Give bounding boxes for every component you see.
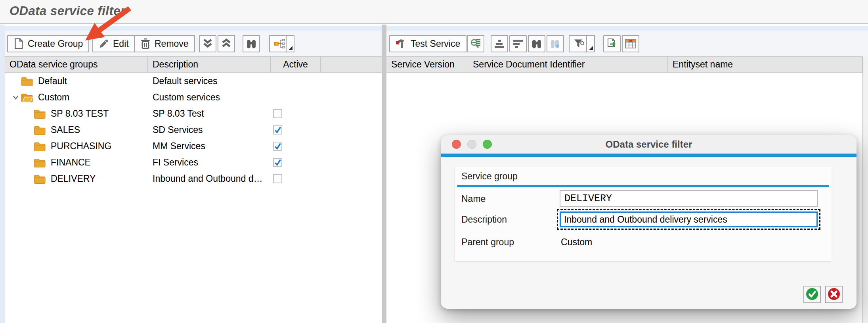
active-checkbox-unchecked[interactable] — [273, 109, 282, 118]
double-chevron-down-icon — [202, 38, 213, 49]
cancel-button[interactable] — [825, 286, 843, 303]
find-next-icon — [550, 38, 561, 49]
group-description: MM Services — [148, 141, 271, 152]
group-name: PURCHASING — [51, 141, 111, 152]
active-checkbox-unchecked[interactable] — [273, 174, 282, 183]
right-toolbar: Test Service — [386, 25, 868, 56]
folder-icon — [33, 109, 47, 119]
description-input[interactable]: Inbound and Outbound delivery services — [560, 211, 818, 227]
indent-spacer — [23, 158, 33, 168]
odata-service-filter-dialog: OData service filter Service group Name … — [441, 135, 857, 309]
export-button[interactable] — [603, 35, 621, 52]
table-grid-icon — [625, 38, 636, 49]
display-details-icon — [470, 38, 481, 49]
filter-button[interactable] — [569, 35, 595, 52]
sort-ascending-icon — [494, 39, 505, 48]
trash-icon — [140, 38, 151, 49]
active-checkbox-checked[interactable] — [273, 158, 282, 167]
group-name: SALES — [51, 125, 80, 135]
table-row[interactable]: DELIVERY Inbound and Outbound delivery s… — [5, 171, 382, 187]
expander-icon[interactable] — [10, 92, 21, 103]
find-button-right[interactable] — [528, 35, 545, 52]
ok-button[interactable] — [803, 286, 821, 303]
name-input[interactable]: DELIVERY — [560, 190, 818, 207]
dialog-title: OData service filter — [441, 135, 857, 154]
group-name: Default — [38, 76, 67, 87]
service-group-box: Service group Name DELIVERY Description … — [455, 167, 831, 262]
test-service-label: Test Service — [411, 38, 460, 49]
group-description: FI Services — [148, 157, 271, 168]
left-toolbar: Create Group Edit Remove — [5, 25, 382, 56]
name-value: DELIVERY — [564, 193, 612, 204]
export-icon — [606, 38, 618, 49]
folder-icon — [21, 92, 34, 103]
dialog-titlebar[interactable]: OData service filter — [441, 135, 857, 154]
create-group-label: Create Group — [28, 38, 83, 49]
window-left-gutter — [0, 25, 5, 323]
filter-icon — [574, 38, 585, 49]
binoculars-icon — [531, 38, 542, 49]
title-band: OData service filter — [0, 0, 868, 24]
binoculars-icon — [246, 38, 257, 49]
dialog-accent-bar — [441, 154, 857, 157]
services-table-header: Service Version Service Document Identif… — [386, 56, 868, 73]
section-underline — [457, 185, 829, 187]
new-document-icon — [13, 38, 24, 49]
table-row[interactable]: FINANCE FI Services — [5, 154, 382, 171]
table-row[interactable]: SALES SD Services — [5, 122, 382, 138]
service-groups-panel: Create Group Edit Remove — [5, 25, 382, 323]
active-checkbox-checked[interactable] — [273, 125, 282, 135]
hierarchy-dropdown-icon[interactable] — [286, 36, 294, 52]
edit-label: Edit — [113, 38, 129, 49]
cancel-x-icon — [827, 287, 841, 302]
hierarchy-icon — [274, 38, 285, 49]
hierarchy-view-button[interactable] — [269, 35, 294, 52]
description-value: Inbound and Outbound delivery services — [564, 214, 727, 225]
folder-icon — [33, 125, 47, 135]
group-description: SD Services — [148, 125, 271, 135]
collapse-all-button[interactable] — [218, 35, 235, 52]
find-next-button[interactable] — [547, 35, 564, 52]
folder-icon — [21, 76, 34, 87]
double-chevron-up-icon — [221, 38, 232, 49]
test-service-button[interactable]: Test Service — [389, 35, 467, 52]
table-row[interactable]: Custom Custom services — [5, 89, 382, 106]
name-label: Name — [461, 194, 486, 204]
display-details-button[interactable] — [467, 35, 484, 52]
column-header-service-version[interactable]: Service Version — [386, 57, 468, 72]
column-header-service-document-identifier[interactable]: Service Document Identifier — [468, 57, 668, 72]
active-checkbox-checked[interactable] — [273, 142, 282, 151]
sort-descending-button[interactable] — [509, 35, 527, 52]
group-description: Custom services — [148, 92, 271, 103]
table-row[interactable]: Default Default services — [5, 73, 382, 89]
group-name: SP 8.03 TEST — [51, 108, 109, 119]
filter-dropdown-icon[interactable] — [586, 36, 594, 52]
table-row[interactable]: PURCHASING MM Services — [5, 138, 382, 154]
group-name: FINANCE — [51, 157, 91, 168]
group-description: Inbound and Outbound delivery services — [148, 173, 271, 184]
column-header-active[interactable]: Active — [271, 57, 321, 72]
sort-descending-icon — [513, 39, 523, 48]
column-separator — [148, 73, 148, 323]
table-row[interactable]: SP 8.03 TEST SP 8.03 Test — [5, 106, 382, 122]
test-service-icon — [396, 38, 407, 49]
folder-icon — [33, 174, 47, 184]
group-name: DELIVERY — [51, 173, 96, 184]
expand-all-button[interactable] — [199, 35, 216, 52]
panel-splitter[interactable] — [382, 25, 386, 323]
parent-group-value: Custom — [561, 237, 592, 248]
column-header-groups[interactable]: OData service groups — [5, 57, 148, 72]
description-label: Description — [461, 214, 507, 225]
folder-icon — [33, 158, 47, 168]
column-header-entityset-name[interactable]: Entityset name — [668, 57, 862, 72]
column-header-description[interactable]: Description — [148, 57, 271, 72]
find-button[interactable] — [243, 35, 260, 52]
indent-spacer — [23, 109, 33, 119]
vertical-scrollbar[interactable] — [862, 56, 868, 323]
indent-spacer — [23, 125, 33, 135]
create-group-button[interactable]: Create Group — [7, 35, 89, 52]
edit-button[interactable]: Edit — [92, 35, 135, 52]
table-view-button[interactable] — [622, 35, 639, 52]
sort-ascending-button[interactable] — [491, 35, 508, 52]
remove-button[interactable]: Remove — [134, 35, 195, 52]
